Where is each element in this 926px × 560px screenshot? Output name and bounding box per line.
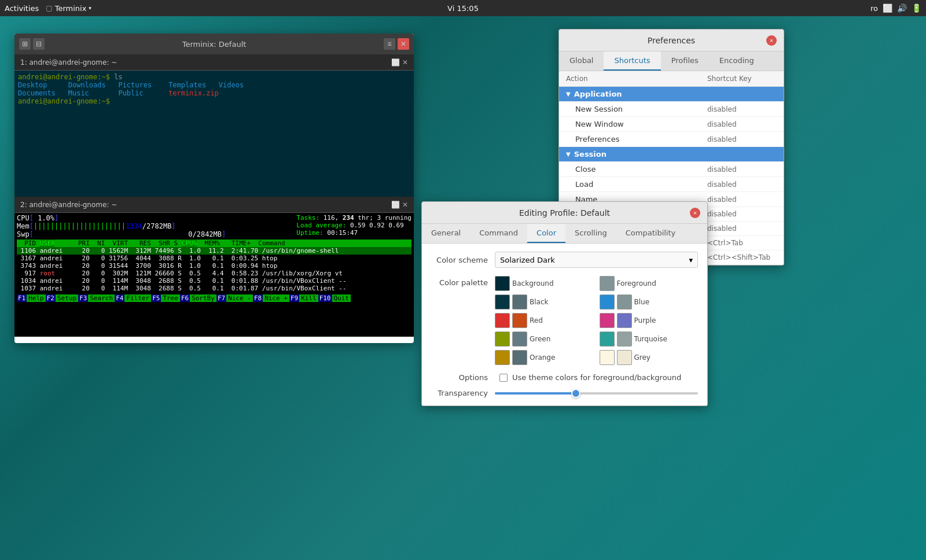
swatch-black-bright[interactable] [512, 294, 527, 310]
preferences-titlebar: Preferences × [559, 30, 784, 51]
htop-row: 3167 andrei 20 0 31756 4044 3088 R 1.0 0… [17, 255, 411, 262]
label-black: Black [530, 298, 564, 306]
swatch-purple-bright[interactable] [617, 313, 632, 328]
color-scheme-select[interactable]: Solarized Dark ▾ [495, 252, 698, 268]
topbar: Activities ▢ Terminix ▾ Vi 15:05 ro ⬜ 🔊 … [0, 0, 926, 16]
palette-entry-background: Background [495, 276, 594, 291]
color-palette-label: Color palette [431, 276, 495, 287]
profile-title: Editing Profile: Default [439, 208, 690, 218]
color-palette-row: Color palette Background Foreground [431, 276, 698, 365]
preferences-title: Preferences [576, 36, 766, 45]
terminal-tab-2[interactable]: 2: andrei@andrei-gnome: ~ ⬜ ✕ [14, 197, 414, 213]
profile-close-btn[interactable]: × [690, 208, 700, 218]
htop-footer: F1Help F2Setup F3Search F4Filter F5Tree … [17, 294, 411, 302]
tab-close-1[interactable]: ✕ [402, 58, 408, 67]
swatch-green-bright[interactable] [512, 331, 527, 347]
tab-close-2[interactable]: ✕ [402, 201, 408, 209]
palette-entry-turquoise: Turquoise [600, 331, 699, 347]
close-btn-main[interactable]: ✕ [398, 38, 409, 50]
htop-row: 3743 andrei 20 0 31544 3700 3016 R 1.0 0… [17, 262, 411, 270]
pref-item-load[interactable]: Load disabled [559, 177, 784, 192]
palette-entry-black: Black [495, 294, 594, 310]
app-menu-arrow: ▾ [89, 5, 91, 11]
label-orange: Orange [530, 353, 564, 362]
swatch-purple-dark[interactable] [600, 313, 615, 328]
swatch-black-dark[interactable] [495, 294, 510, 310]
swatch-turquoise-dark[interactable] [600, 331, 615, 347]
options-label: Options [431, 373, 495, 382]
swatch-blue-dark[interactable] [600, 294, 615, 310]
pref-category-application[interactable]: ▼ Application [559, 87, 784, 102]
swatch-blue-bright[interactable] [617, 294, 632, 310]
label-foreground: Foreground [617, 279, 656, 288]
swatch-grey-dark[interactable] [600, 350, 615, 365]
titlebar-btn-layout[interactable]: ⊟ [33, 38, 45, 50]
terminal-window-main: ⊞ ⊟ Terminix: Default ≡ ✕ 1: andrei@andr… [14, 34, 414, 343]
tab-maximize-2[interactable]: ⬜ [391, 201, 400, 209]
transparency-slider-container[interactable] [495, 392, 698, 395]
titlebar-btn-term[interactable]: ⊞ [19, 38, 31, 50]
slider-thumb[interactable] [571, 389, 580, 398]
htop-row: 917 root 20 0 302M 121M 26660 S 0.5 4.4 … [17, 270, 411, 277]
htop-body[interactable]: CPU[ 1.0%] Mem[||||||||||||||||||||||133… [14, 213, 414, 337]
pref-category-session[interactable]: ▼ Session [559, 147, 784, 162]
preferences-tabs: Global Shortcuts Profiles Encoding [559, 51, 784, 71]
volume-icon[interactable]: 🔊 [897, 3, 907, 13]
pref-item-new-window[interactable]: New Window disabled [559, 117, 784, 132]
palette-entry-red: Red [495, 313, 594, 328]
pref-item-preferences[interactable]: Preferences disabled [559, 132, 784, 147]
swatch-grey-bright[interactable] [617, 350, 632, 365]
battery-icon[interactable]: 🔋 [912, 3, 921, 13]
profile-tab-command[interactable]: Command [470, 224, 527, 243]
swatch-foreground[interactable] [600, 276, 615, 291]
tab-maximize[interactable]: ⬜ [391, 58, 400, 67]
pref-tab-encoding[interactable]: Encoding [709, 51, 765, 71]
category-arrow-session: ▼ [566, 151, 571, 157]
label-blue: Blue [634, 298, 669, 306]
htop-row: 1034 andrei 20 0 114M 3048 2688 S 0.5 0.… [17, 277, 411, 285]
terminal-line: andrei@andrei-gnome:~$ [18, 97, 410, 105]
color-scheme-row: Color scheme Solarized Dark ▾ [431, 252, 698, 268]
swatch-green-dark[interactable] [495, 331, 510, 347]
terminal-line: andrei@andrei-gnome:~$ ls [18, 73, 410, 81]
terminal-body-1[interactable]: andrei@andrei-gnome:~$ ls Desktop Downlo… [14, 71, 414, 197]
terminal-tab-1[interactable]: 1: andrei@andrei-gnome: ~ ⬜ ✕ [14, 54, 414, 71]
palette-entry-purple: Purple [600, 313, 699, 328]
preferences-close-btn[interactable]: × [766, 35, 777, 46]
hamburger-btn[interactable]: ≡ [384, 38, 395, 50]
profile-tabs: General Command Color Scrolling Compatib… [422, 224, 707, 244]
pref-item-new-session[interactable]: New Session disabled [559, 102, 784, 117]
profile-tab-scrolling[interactable]: Scrolling [565, 224, 616, 243]
swatch-turquoise-bright[interactable] [617, 331, 632, 347]
htop-row: 1037 andrei 20 0 114M 3048 2688 S 0.5 0.… [17, 285, 411, 292]
swatch-background[interactable] [495, 276, 510, 291]
swatch-orange-bright[interactable] [512, 350, 527, 365]
htop-col-header: PID USER PRI NI VIRT RES SHR S CPU% MEM%… [17, 240, 411, 247]
slider-track[interactable] [495, 392, 698, 395]
pref-tab-profiles[interactable]: Profiles [661, 51, 709, 71]
palette-grid: Background Foreground Black [495, 276, 698, 365]
pref-tab-global[interactable]: Global [559, 51, 604, 71]
locale-indicator[interactable]: ro [870, 4, 878, 13]
transparency-label: Transparency [431, 389, 495, 397]
swatch-red-bright[interactable] [512, 313, 527, 328]
topbar-left: Activities ▢ Terminix ▾ [5, 4, 91, 13]
profile-tab-compat[interactable]: Compatibility [616, 224, 685, 243]
transparency-row: Transparency [431, 389, 698, 397]
app-name: Terminix [55, 4, 87, 13]
label-background: Background [512, 279, 554, 288]
label-purple: Purple [634, 316, 669, 325]
pref-item-close[interactable]: Close disabled [559, 162, 784, 177]
swatch-red-dark[interactable] [495, 313, 510, 328]
profile-tab-color[interactable]: Color [527, 224, 565, 243]
activities-button[interactable]: Activities [5, 4, 39, 13]
htop-row-highlight: 1106 andrei 20 0 1562M 312M 74496 S 1.0 … [17, 247, 411, 255]
terminal-line: Desktop Downloads Pictures Templates Vid… [18, 81, 410, 89]
pref-tab-shortcuts[interactable]: Shortcuts [604, 51, 660, 71]
label-red: Red [530, 316, 564, 325]
use-theme-colors-checkbox[interactable] [499, 374, 508, 382]
slider-fill [495, 392, 576, 395]
swatch-orange-dark[interactable] [495, 350, 510, 365]
app-menu[interactable]: ▢ Terminix ▾ [46, 4, 91, 13]
profile-tab-general[interactable]: General [422, 224, 470, 243]
